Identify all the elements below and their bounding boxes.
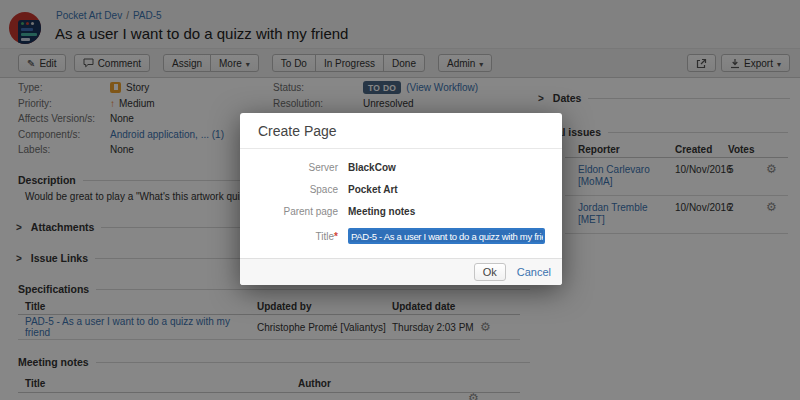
space-value: Pocket Art	[348, 184, 398, 195]
page-title-input[interactable]: PAD-5 - As a user I want to do a quizz w…	[348, 228, 545, 244]
cancel-link[interactable]: Cancel	[517, 266, 551, 278]
server-value: BlackCow	[348, 162, 396, 173]
title-field-label: Title*	[250, 231, 338, 242]
create-page-dialog: Create Page ServerBlackCow SpacePocket A…	[240, 113, 562, 285]
parent-page-label: Parent page	[250, 206, 338, 217]
space-label: Space	[250, 184, 338, 195]
ok-button[interactable]: Ok	[474, 263, 506, 281]
selected-input-text: PAD-5 - As a user I want to do a quizz w…	[350, 230, 545, 243]
required-marker: *	[334, 231, 338, 242]
jira-issue-page: Pocket Art Dev/PAD-5 As a user I want to…	[0, 0, 800, 400]
parent-page-value: Meeting notes	[348, 206, 415, 217]
dialog-title: Create Page	[240, 113, 562, 149]
server-label: Server	[250, 162, 338, 173]
